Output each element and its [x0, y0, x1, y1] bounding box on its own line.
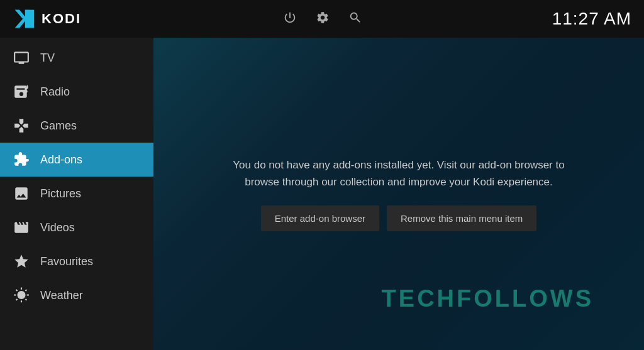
videos-icon — [13, 219, 30, 236]
kodi-logo-icon — [13, 8, 35, 30]
sidebar-item-radio[interactable]: Radio — [0, 75, 153, 109]
watermark-text: TECHFOLLOWS — [382, 285, 594, 312]
top-bar: KODI 11:27 AM — [0, 0, 644, 38]
sidebar-label-addons: Add-ons — [40, 153, 82, 167]
games-icon — [13, 117, 30, 134]
enter-addon-browser-button[interactable]: Enter add-on browser — [261, 205, 379, 231]
sidebar-item-videos[interactable]: Videos — [0, 211, 153, 244]
pictures-icon — [13, 185, 30, 202]
sidebar-label-pictures: Pictures — [40, 187, 81, 200]
svg-marker-0 — [15, 10, 30, 28]
content-inner: You do not have any add-ons installed ye… — [210, 144, 587, 244]
top-icons-group — [283, 11, 362, 28]
button-row: Enter add-on browser Remove this main me… — [223, 205, 575, 231]
info-message: You do not have any add-ons installed ye… — [223, 156, 575, 190]
radio-icon — [13, 83, 30, 101]
sidebar-label-games: Games — [40, 119, 77, 133]
tv-icon — [13, 49, 30, 67]
favourites-icon — [13, 253, 30, 270]
main-layout: TV Radio Games Add-ons Pictures — [0, 38, 644, 350]
settings-icon[interactable] — [316, 11, 330, 28]
sidebar-item-favourites[interactable]: Favourites — [0, 244, 153, 278]
sidebar-item-addons[interactable]: Add-ons — [0, 143, 153, 177]
sidebar: TV Radio Games Add-ons Pictures — [0, 38, 153, 350]
remove-menu-item-button[interactable]: Remove this main menu item — [387, 205, 536, 231]
sidebar-item-weather[interactable]: Weather — [0, 278, 153, 312]
clock: 11:27 AM — [552, 9, 631, 29]
weather-icon — [13, 287, 30, 304]
sidebar-label-radio: Radio — [40, 85, 70, 99]
app-title: KODI — [42, 11, 81, 27]
sidebar-label-weather: Weather — [40, 289, 83, 302]
sidebar-item-pictures[interactable]: Pictures — [0, 177, 153, 211]
sidebar-label-videos: Videos — [40, 221, 75, 234]
addons-icon — [13, 151, 30, 168]
sidebar-label-favourites: Favourites — [40, 255, 93, 268]
sidebar-label-tv: TV — [40, 52, 55, 65]
content-area: You do not have any add-ons installed ye… — [153, 38, 644, 350]
sidebar-item-games[interactable]: Games — [0, 109, 153, 143]
sidebar-item-tv[interactable]: TV — [0, 41, 153, 75]
logo-area: KODI — [13, 8, 81, 30]
search-icon[interactable] — [348, 11, 362, 28]
svg-marker-1 — [30, 10, 34, 28]
power-icon[interactable] — [283, 11, 297, 28]
